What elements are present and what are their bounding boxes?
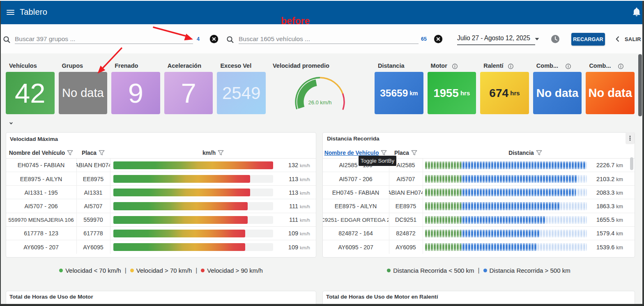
svg-text:before: before (281, 16, 310, 26)
